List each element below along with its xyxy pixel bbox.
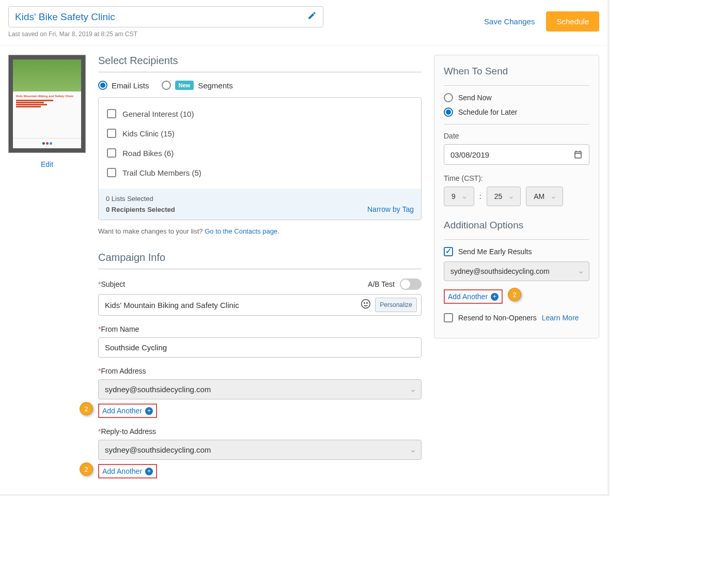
section-divider xyxy=(98,269,422,269)
from-address-select[interactable]: sydney@southsidecycling.com ⌵ xyxy=(98,379,422,399)
plus-circle-icon: + xyxy=(491,293,499,301)
save-changes-link[interactable]: Save Changes xyxy=(484,17,535,26)
campaign-title-input[interactable]: Kids' Bike Safety Clinic xyxy=(8,6,323,27)
from-address-label: From Address xyxy=(101,367,146,375)
checkbox-icon[interactable] xyxy=(107,168,116,177)
minute-select[interactable]: 25 ⌵ xyxy=(487,187,521,206)
send-now-radio[interactable]: Send Now xyxy=(444,93,589,102)
checkbox-icon[interactable] xyxy=(107,129,116,138)
subject-label: Subject xyxy=(101,280,125,288)
early-results-email-select[interactable]: sydney@southsidecycling.com ⌵ xyxy=(444,261,589,281)
section-divider xyxy=(98,72,422,72)
add-another-from-address[interactable]: Add Another + xyxy=(98,404,157,418)
date-value: 03/08/2019 xyxy=(450,150,489,159)
checkbox-icon[interactable] xyxy=(107,109,116,118)
calendar-icon xyxy=(573,150,583,159)
svg-point-0 xyxy=(362,299,370,308)
segments-label: Segments xyxy=(198,81,233,90)
date-input[interactable]: 03/08/2019 xyxy=(444,144,589,165)
recipients-selected-count: 0 Recipients Selected xyxy=(106,206,175,213)
resend-checkbox-row: Resend to Non-Openers Learn More xyxy=(444,313,589,322)
schedule-later-radio[interactable]: Schedule for Later xyxy=(444,107,589,117)
select-recipients-heading: Select Recipients xyxy=(98,55,422,67)
list-item[interactable]: Kids Clinic (15) xyxy=(104,123,416,143)
callout-badge: 2 xyxy=(80,402,93,415)
edit-title-icon[interactable] xyxy=(307,11,317,23)
add-another-early-email[interactable]: Add Another + xyxy=(444,289,503,304)
when-to-send-heading: When To Send xyxy=(444,66,589,77)
email-thumbnail[interactable]: Kids Mountain Biking and Safety Clinic xyxy=(8,55,86,153)
resend-label: Resend to Non-Openers xyxy=(458,314,537,322)
subject-input-row: Personalize xyxy=(98,294,422,316)
from-address-value: sydney@southsidecycling.com xyxy=(105,385,211,394)
list-item[interactable]: Road Bikes (6) xyxy=(104,143,416,163)
time-label: Time (CST): xyxy=(444,174,589,182)
schedule-button[interactable]: Schedule xyxy=(546,11,599,32)
list-item-label: Road Bikes (6) xyxy=(122,149,174,158)
checkbox-icon[interactable] xyxy=(444,247,453,256)
list-item-label: Kids Clinic (15) xyxy=(122,129,175,138)
reply-to-select[interactable]: sydney@southsidecycling.com ⌵ xyxy=(98,440,422,460)
chevron-down-icon: ⌵ xyxy=(579,268,583,275)
ampm-select[interactable]: AM ⌵ xyxy=(526,187,563,206)
add-another-reply-to[interactable]: Add Another + xyxy=(98,464,157,478)
hour-select[interactable]: 9 ⌵ xyxy=(444,187,474,206)
campaign-title-text: Kids' Bike Safety Clinic xyxy=(15,11,115,23)
email-lists-label: Email Lists xyxy=(112,81,149,90)
callout-badge: 2 xyxy=(508,288,521,301)
list-item-label: General Interest (10) xyxy=(122,110,194,118)
emoji-icon[interactable] xyxy=(361,299,371,312)
abtest-toggle[interactable] xyxy=(400,278,422,290)
learn-more-link[interactable]: Learn More xyxy=(542,314,579,322)
reply-to-label: Reply-to Address xyxy=(101,427,156,436)
lists-selected-count: 0 Lists Selected xyxy=(106,195,175,203)
early-results-label: Send Me Early Results xyxy=(458,247,532,256)
plus-circle-icon: + xyxy=(145,468,153,475)
chevron-down-icon: ⌵ xyxy=(411,446,415,454)
contacts-hint: Want to make changes to your list? Go to… xyxy=(98,227,422,235)
early-results-email: sydney@southsidecycling.com xyxy=(450,267,550,275)
contacts-page-link[interactable]: Go to the Contacts page. xyxy=(205,227,279,235)
narrow-by-tag-link[interactable]: Narrow by Tag xyxy=(367,205,414,213)
edit-thumbnail-link[interactable]: Edit xyxy=(8,160,86,168)
checkbox-icon[interactable] xyxy=(107,148,116,158)
additional-options-heading: Additional Options xyxy=(444,220,589,231)
last-saved-text: Last saved on Fri, Mar 8, 2019 at 8:25 a… xyxy=(8,30,323,38)
date-label: Date xyxy=(444,132,589,140)
list-item-label: Trail Club Members (5) xyxy=(122,168,201,177)
subject-input[interactable] xyxy=(105,299,356,312)
send-now-label: Send Now xyxy=(458,94,492,102)
svg-point-1 xyxy=(364,302,365,303)
svg-point-2 xyxy=(367,302,368,303)
personalize-button[interactable]: Personalize xyxy=(375,298,417,312)
list-item[interactable]: General Interest (10) xyxy=(104,104,416,123)
segments-radio[interactable]: New Segments xyxy=(162,81,233,90)
abtest-label: A/B Test xyxy=(368,280,395,288)
plus-circle-icon: + xyxy=(145,407,153,415)
from-name-label: From Name xyxy=(101,325,139,333)
chevron-down-icon: ⌵ xyxy=(463,193,466,200)
chevron-down-icon: ⌵ xyxy=(509,193,513,200)
new-badge: New xyxy=(175,81,194,90)
chevron-down-icon: ⌵ xyxy=(552,193,555,200)
schedule-later-label: Schedule for Later xyxy=(458,108,517,116)
email-lists-box: General Interest (10) Kids Clinic (15) R… xyxy=(98,97,422,220)
reply-to-value: sydney@southsidecycling.com xyxy=(105,445,211,454)
from-name-input[interactable] xyxy=(98,337,422,358)
list-item[interactable]: Trail Club Members (5) xyxy=(104,163,416,182)
resend-checkbox[interactable] xyxy=(444,313,453,322)
when-to-send-panel: When To Send Send Now Schedule for Later… xyxy=(434,55,599,338)
campaign-info-heading: Campaign Info xyxy=(98,252,422,264)
callout-badge: 2 xyxy=(80,462,93,476)
header: Kids' Bike Safety Clinic Last saved on F… xyxy=(8,6,599,38)
early-results-checkbox[interactable]: Send Me Early Results xyxy=(444,247,589,256)
header-divider xyxy=(0,45,607,45)
email-lists-radio[interactable]: Email Lists xyxy=(98,81,149,90)
chevron-down-icon: ⌵ xyxy=(411,386,415,393)
